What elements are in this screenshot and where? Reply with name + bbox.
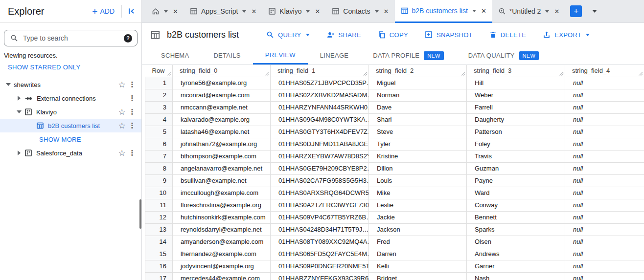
chevron-down-icon[interactable] — [242, 10, 246, 13]
cell-string-field-3[interactable]: Payne — [467, 174, 565, 187]
cell-string-field-4[interactable]: null — [565, 89, 644, 101]
tab-contacts[interactable]: Contacts ✕ — [326, 0, 394, 22]
kebab-menu-icon[interactable]: ⋮ — [128, 149, 137, 157]
kebab-menu-icon[interactable]: ⋮ — [128, 80, 137, 89]
share-button[interactable]: SHARE — [326, 31, 361, 39]
add-button[interactable]: + ADD — [89, 5, 117, 18]
column-header[interactable]: string_field_1 — [271, 65, 369, 77]
cell-string-field-3[interactable]: Olsen — [467, 236, 565, 248]
cell-string-field-1[interactable]: 01HHAS0DJNFMD11ABA8JGE… — [271, 138, 369, 150]
cell-string-field-0[interactable]: kalvarado@example.org — [173, 113, 271, 126]
close-icon[interactable]: ✕ — [315, 8, 320, 15]
cell-string-field-2[interactable]: Dillon — [369, 162, 467, 174]
show-more-link[interactable]: SHOW MORE — [0, 132, 141, 146]
tree-item-dataset-salesforce-data[interactable]: Salesforce_data ☆ ⋮ — [0, 146, 141, 160]
column-header[interactable]: string_field_4 — [565, 65, 644, 77]
cell-string-field-2[interactable]: Mike — [369, 187, 467, 199]
cell-string-field-1[interactable]: 01HHAS09P0DNGER20NME5T… — [271, 260, 369, 272]
cell-string-field-3[interactable]: Farrell — [467, 101, 565, 113]
cell-string-field-2[interactable]: Tyler — [369, 138, 467, 150]
tab-lineage[interactable]: LINEAGE — [308, 46, 361, 65]
cell-string-field-0[interactable]: lhernandez@example.com — [173, 248, 271, 260]
collapse-arrow-icon[interactable] — [14, 96, 24, 101]
tab-untitled-2[interactable]: *Untitled 2 ✕ — [492, 0, 566, 22]
column-resize-handle-icon[interactable] — [639, 71, 643, 76]
column-header[interactable]: string_field_3 — [467, 65, 565, 77]
cell-string-field-0[interactable]: bsullivan@example.net — [173, 174, 271, 187]
tab-data-profile[interactable]: DATA PROFILE NEW — [361, 46, 456, 65]
close-icon[interactable]: ✕ — [481, 7, 486, 15]
cell-string-field-0[interactable]: latasha46@example.net — [173, 126, 271, 138]
cell-string-field-1[interactable]: 01HHAS0A2TZFRG3WYGF730… — [271, 199, 369, 211]
cell-string-field-0[interactable]: mercedes44@example.com — [173, 272, 271, 280]
cell-string-field-3[interactable]: Foley — [467, 138, 565, 150]
cell-string-field-2[interactable]: Steve — [369, 126, 467, 138]
chevron-down-icon[interactable] — [545, 10, 549, 13]
star-icon[interactable]: ☆ — [116, 80, 128, 90]
cell-string-field-1[interactable]: 01HHAS0ARXSRQG64DCWR5… — [271, 187, 369, 199]
cell-string-field-3[interactable]: Andrews — [467, 248, 565, 260]
cell-string-field-0[interactable]: johnathan72@example.org — [173, 138, 271, 150]
help-icon[interactable]: ? — [124, 34, 132, 43]
cell-string-field-3[interactable]: Weber — [467, 89, 565, 101]
tab-overflow-chevron-icon[interactable] — [592, 10, 597, 13]
cell-string-field-1[interactable]: 01HHAS04248D34H71T5T9J… — [271, 223, 369, 236]
column-header[interactable]: string_field_0 — [173, 65, 271, 77]
new-tab-button[interactable]: + — [570, 5, 582, 17]
cell-string-field-2[interactable]: Leslie — [369, 199, 467, 211]
tree-item-table-b2b-customers-list[interactable]: b2B customers list ☆ ⋮ — [0, 119, 141, 132]
star-icon[interactable]: ☆ — [116, 121, 128, 131]
cell-string-field-2[interactable]: Miguel — [369, 77, 467, 89]
sidebar-scrollbar[interactable] — [139, 199, 141, 229]
tab-home[interactable]: ✕ — [146, 0, 184, 22]
cell-string-field-4[interactable]: null — [565, 260, 644, 272]
tab-klaviyo[interactable]: Klaviyo ✕ — [262, 0, 326, 22]
tree-item-project-shewrites[interactable]: shewrites ☆ ⋮ — [0, 78, 141, 91]
cell-string-field-1[interactable]: 01HHAS0GTY3T6HX4DFEV7Z… — [271, 126, 369, 138]
tree-item-external-connections[interactable]: External connections ⋮ — [0, 91, 141, 105]
column-resize-handle-icon[interactable] — [167, 71, 171, 76]
cell-string-field-2[interactable]: Bridget — [369, 272, 467, 280]
search-box[interactable]: ? — [4, 30, 138, 46]
cell-string-field-0[interactable]: imccullough@example.com — [173, 187, 271, 199]
cell-string-field-2[interactable]: Norman — [369, 89, 467, 101]
tab-schema[interactable]: SCHEMA — [149, 46, 201, 65]
cell-string-field-0[interactable]: tyrone56@example.org — [173, 77, 271, 89]
close-icon[interactable]: ✕ — [554, 8, 559, 15]
cell-string-field-0[interactable]: reynoldsdarryl@example.net — [173, 223, 271, 236]
cell-string-field-2[interactable]: Dave — [369, 101, 467, 113]
cell-string-field-4[interactable]: null — [565, 162, 644, 174]
kebab-menu-icon[interactable]: ⋮ — [128, 121, 137, 130]
cell-string-field-4[interactable]: null — [565, 138, 644, 150]
cell-string-field-0[interactable]: mconrad@example.com — [173, 89, 271, 101]
cell-string-field-4[interactable]: null — [565, 199, 644, 211]
show-starred-only-link[interactable]: SHOW STARRED ONLY — [8, 64, 80, 71]
kebab-menu-icon[interactable]: ⋮ — [128, 94, 137, 103]
cell-string-field-2[interactable]: Fred — [369, 236, 467, 248]
cell-string-field-4[interactable]: null — [565, 248, 644, 260]
expand-arrow-icon[interactable] — [3, 83, 14, 86]
tree-item-dataset-klaviyo[interactable]: Klaviyo ☆ ⋮ — [0, 105, 141, 119]
cell-string-field-3[interactable]: Hill — [467, 77, 565, 89]
copy-button[interactable]: COPY — [378, 31, 408, 39]
cell-string-field-2[interactable]: Kelli — [369, 260, 467, 272]
cell-string-field-3[interactable]: Ward — [467, 187, 565, 199]
column-resize-handle-icon[interactable] — [461, 71, 465, 76]
chevron-down-icon[interactable] — [164, 10, 168, 13]
cell-string-field-4[interactable]: null — [565, 101, 644, 113]
cell-string-field-4[interactable]: null — [565, 113, 644, 126]
column-resize-handle-icon[interactable] — [363, 71, 368, 76]
cell-string-field-3[interactable]: Nash — [467, 272, 565, 280]
query-button[interactable]: QUERY — [266, 31, 310, 39]
cell-string-field-0[interactable]: hutchinsonkirk@example.com — [173, 211, 271, 223]
cell-string-field-0[interactable]: amyanderson@example.com — [173, 236, 271, 248]
cell-string-field-4[interactable]: null — [565, 126, 644, 138]
cell-string-field-1[interactable]: 01HHAS09VP4C67TB5YRZ6B… — [271, 211, 369, 223]
tab-preview[interactable]: PREVIEW — [253, 46, 308, 65]
chevron-down-icon[interactable] — [472, 10, 476, 12]
cell-string-field-2[interactable]: Louis — [369, 174, 467, 187]
cell-string-field-4[interactable]: null — [565, 223, 644, 236]
column-header[interactable]: Row — [145, 65, 173, 77]
cell-string-field-3[interactable]: Patterson — [467, 126, 565, 138]
cell-string-field-2[interactable]: Shari — [369, 113, 467, 126]
